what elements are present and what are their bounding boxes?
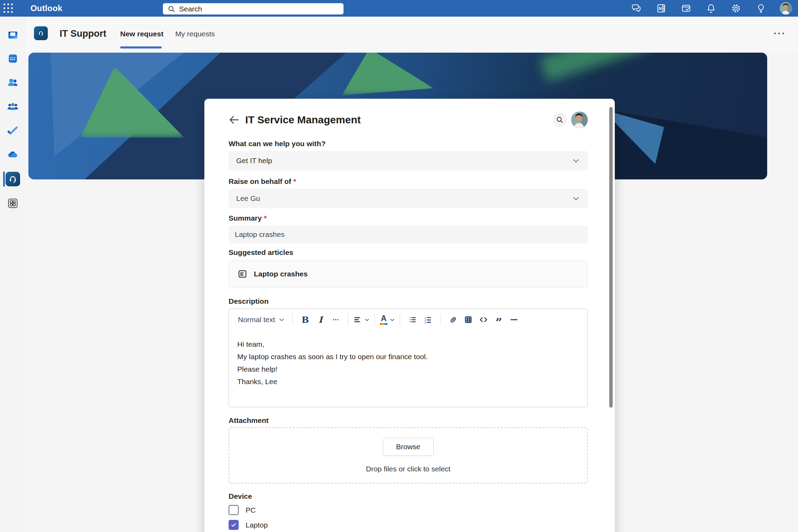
it-support-app-icon	[6, 172, 20, 186]
lightbulb-icon[interactable]	[752, 0, 770, 17]
attachment-label: Attachment	[229, 416, 588, 425]
description-paragraph: My laptop crashes as soon as I try to op…	[237, 353, 579, 361]
gear-icon[interactable]	[727, 0, 745, 17]
tasks-icon[interactable]	[677, 0, 695, 17]
tab-my-requests[interactable]: My requests	[175, 30, 215, 38]
device-label: Device	[229, 492, 588, 501]
svg-text:3: 3	[425, 321, 426, 324]
chevron-down-icon	[364, 317, 370, 322]
panel-search-button[interactable]	[552, 113, 567, 127]
bullet-list-icon[interactable]	[405, 312, 420, 327]
required-marker: *	[293, 177, 296, 185]
sidebar-item-calendar[interactable]	[0, 48, 26, 69]
checkbox[interactable]	[229, 505, 239, 515]
text-color-icon[interactable]: A	[380, 312, 395, 327]
device-option-laptop[interactable]: Laptop	[229, 519, 588, 531]
bell-icon[interactable]	[702, 0, 720, 17]
sidebar-item-groups[interactable]	[0, 97, 26, 117]
numbered-list-icon[interactable]: 1 2 3	[420, 312, 435, 327]
calendar-icon	[7, 53, 19, 64]
topbar-actions: N	[628, 0, 795, 17]
active-tab-underline	[120, 46, 162, 48]
app-launcher-waffle-icon[interactable]	[0, 0, 17, 17]
bold-icon[interactable]: B	[298, 312, 313, 327]
back-button[interactable]	[227, 112, 242, 127]
behalf-select[interactable]: Lee Gu	[229, 189, 588, 208]
more-options-icon[interactable]	[772, 30, 786, 36]
svg-text:N: N	[659, 6, 662, 11]
left-app-rail	[0, 17, 26, 532]
description-paragraph: Thanks, Lee	[237, 378, 579, 385]
attachment-dropzone[interactable]: Browse Drop files or click to select	[229, 427, 588, 484]
code-icon[interactable]	[476, 312, 491, 327]
search-icon	[556, 116, 564, 124]
search-icon	[167, 5, 176, 13]
help-select[interactable]: Get IT help	[229, 151, 588, 170]
quote-icon[interactable]: ”	[491, 312, 506, 327]
checkbox[interactable]	[229, 520, 239, 530]
groups-icon	[7, 101, 19, 113]
editor-toolbar: Normal text B I A	[229, 309, 587, 330]
chevron-down-icon	[390, 317, 395, 322]
more-formatting-icon[interactable]	[328, 312, 343, 327]
panel-scrollbar[interactable]	[609, 107, 613, 408]
description-editor[interactable]: Normal text B I A	[229, 309, 588, 407]
chevron-down-icon	[572, 157, 580, 165]
outlook-topbar: Outlook Search N	[0, 0, 798, 17]
article-icon	[237, 269, 248, 279]
behalf-select-value: Lee Gu	[236, 194, 572, 203]
search-placeholder: Search	[179, 5, 202, 13]
panel-title: IT Service Management	[245, 114, 361, 126]
sidebar-item-people[interactable]	[0, 73, 26, 93]
summary-input[interactable]: Laptop crashes	[229, 225, 588, 243]
help-field-label: What can we help you with?	[229, 140, 588, 149]
app-title: IT Support	[60, 28, 106, 39]
tab-new-request[interactable]: New request	[120, 30, 163, 38]
required-marker: *	[264, 214, 267, 222]
italic-icon[interactable]: I	[313, 312, 328, 327]
onenote-icon[interactable]: N	[653, 0, 670, 17]
chevron-down-icon	[278, 317, 285, 323]
suggested-article-title: Laptop crashes	[254, 270, 308, 278]
description-paragraph: Please help!	[237, 365, 579, 373]
checkmark-icon	[230, 522, 237, 528]
active-app-indicator	[3, 171, 5, 187]
drop-files-text: Drop files or click to select	[366, 465, 451, 473]
description-text[interactable]: Hi team, My laptop crashes as soon as I …	[229, 330, 587, 385]
browse-button[interactable]: Browse	[383, 438, 434, 456]
sidebar-item-onedrive[interactable]	[0, 145, 26, 165]
sidebar-item-todo[interactable]	[0, 121, 26, 141]
link-icon[interactable]	[445, 312, 461, 327]
suggested-article-item[interactable]: Laptop crashes	[229, 260, 588, 288]
people-icon	[7, 77, 19, 89]
more-apps-grid-icon	[7, 197, 19, 210]
description-paragraph: Hi team,	[237, 340, 579, 348]
help-select-value: Get IT help	[236, 157, 572, 165]
align-icon[interactable]	[353, 312, 370, 327]
chevron-down-icon	[572, 194, 580, 203]
profile-avatar[interactable]	[777, 0, 795, 17]
summary-field-label: Summary*	[229, 214, 588, 223]
suggested-articles-label: Suggested articles	[229, 248, 588, 257]
search-input[interactable]: Search	[163, 3, 344, 15]
horizontal-rule-icon[interactable]	[506, 312, 522, 327]
chat-icon[interactable]	[628, 0, 645, 17]
it-support-badge-icon	[34, 26, 48, 40]
banner-shape	[540, 53, 649, 82]
sidebar-item-mail[interactable]	[0, 25, 26, 45]
sidebar-item-more-apps[interactable]	[0, 193, 26, 213]
behalf-field-label: Raise on behalf of*	[229, 177, 588, 186]
outlook-wordmark: Outlook	[30, 3, 62, 13]
device-option-pc[interactable]: PC	[229, 504, 588, 516]
sidebar-item-it-support[interactable]	[0, 169, 26, 189]
description-label: Description	[229, 297, 588, 306]
banner-shape	[342, 53, 434, 95]
panel-avatar[interactable]	[571, 112, 588, 128]
panel-title-row: IT Service Management	[229, 112, 588, 128]
text-style-dropdown[interactable]: Normal text	[235, 313, 287, 326]
todo-check-icon	[7, 124, 19, 137]
onedrive-cloud-icon	[6, 148, 19, 161]
it-service-management-panel: IT Service Management What can we help y…	[204, 99, 615, 532]
back-arrow-icon	[228, 114, 240, 126]
table-icon[interactable]	[461, 312, 476, 327]
